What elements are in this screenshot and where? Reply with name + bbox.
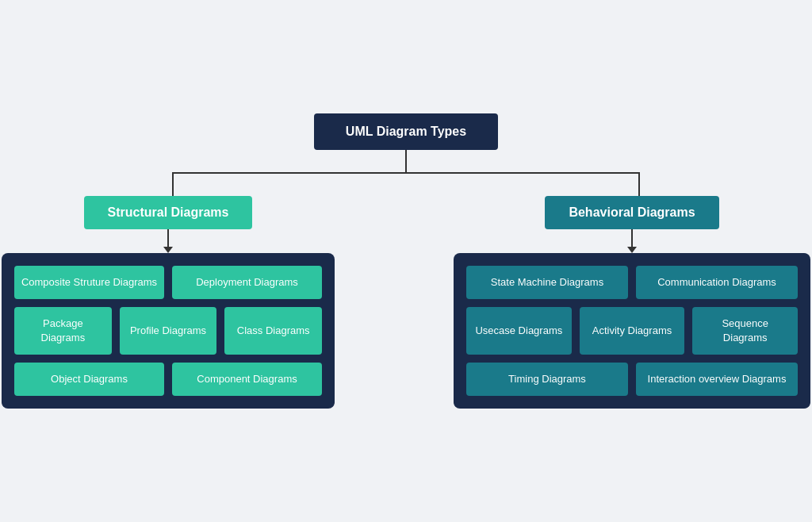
class-cell: Class Diagrams xyxy=(224,307,322,355)
diagram-container: UML Diagram Types Structural Diagrams Co… xyxy=(17,113,795,409)
communication-cell: Communication Diagrams xyxy=(636,266,798,299)
behavioral-branch: Behavioral Diagrams State Machine Diagra… xyxy=(454,196,810,409)
interaction-overview-cell: Interaction overview Diagrams xyxy=(636,363,798,396)
package-cell: Package Diagrams xyxy=(14,307,112,355)
behavioral-row-3: Timing Diagrams Interaction overview Dia… xyxy=(466,363,798,396)
deployment-cell: Deployment Diagrams xyxy=(172,266,322,299)
behavioral-box: State Machine Diagrams Communication Dia… xyxy=(454,253,810,409)
structural-row-3: Object Diagrams Component Diagrams xyxy=(14,363,322,396)
root-node: UML Diagram Types xyxy=(314,113,498,150)
behavioral-arrow xyxy=(627,247,637,253)
behavioral-label: Behavioral Diagrams xyxy=(545,196,718,229)
h-connector xyxy=(172,172,640,174)
timing-cell: Timing Diagrams xyxy=(466,363,628,396)
root-v-line xyxy=(405,150,407,172)
profile-cell: Profile Diagrams xyxy=(120,307,217,355)
structural-label: Structural Diagrams xyxy=(84,196,253,229)
activity-cell: Activity Diagrams xyxy=(580,307,685,355)
behavioral-row-2: Usecase Diagrams Activity Diagrams Seque… xyxy=(466,307,798,355)
structural-row-2: Package Diagrams Profile Diagrams Class … xyxy=(14,307,322,355)
branch-labels: Structural Diagrams Composite Struture D… xyxy=(2,196,810,409)
behavioral-v-line xyxy=(631,229,633,247)
composite-structure-cell: Composite Struture Diagrams xyxy=(14,266,164,299)
usecase-cell: Usecase Diagrams xyxy=(466,307,572,355)
sequence-cell: Sequence Diagrams xyxy=(692,307,798,355)
structural-v-line xyxy=(167,229,169,247)
structural-box: Composite Struture Diagrams Deployment D… xyxy=(2,253,335,409)
structural-arrow xyxy=(163,247,173,253)
structural-branch: Structural Diagrams Composite Struture D… xyxy=(2,196,335,409)
component-cell: Component Diagrams xyxy=(172,363,322,396)
state-machine-cell: State Machine Diagrams xyxy=(466,266,628,299)
object-cell: Object Diagrams xyxy=(14,363,164,396)
behavioral-row-1: State Machine Diagrams Communication Dia… xyxy=(466,266,798,299)
structural-row-1: Composite Struture Diagrams Deployment D… xyxy=(14,266,322,299)
